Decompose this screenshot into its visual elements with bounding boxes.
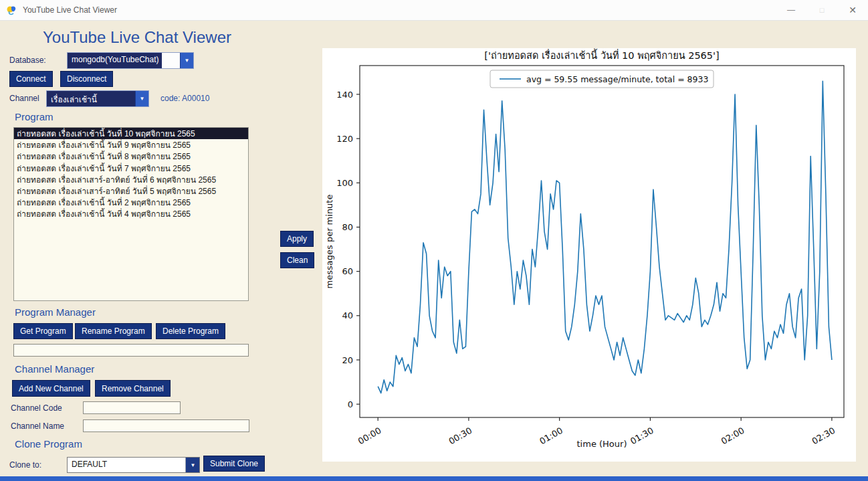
clone-program-heading: Clone Program	[15, 438, 82, 450]
clone-to-select[interactable]: DEFAULT ▼	[67, 457, 200, 473]
page-title: YouTube Live Chat Viewer	[43, 28, 231, 47]
close-button[interactable]: ✕	[837, 0, 868, 20]
svg-text:01:00: 01:00	[538, 425, 564, 447]
svg-text:time (Hour): time (Hour)	[577, 439, 627, 449]
chart-panel: 02040608010012014000:0000:3001:0001:3002…	[322, 48, 856, 462]
list-item[interactable]: ถ่ายทอดสด เรื่องเล่าเช้านี้ วันที่ 2 พฤศ…	[14, 197, 248, 208]
list-item[interactable]: ถ่ายทอดสด เรื่องเล่าเช้านี้ วันที่ 10 พฤ…	[14, 128, 248, 139]
svg-text:00:30: 00:30	[447, 425, 473, 447]
app-window: YouTube Live Chat Viewer — □ ✕ YouTube L…	[0, 0, 868, 481]
chevron-down-icon[interactable]: ▼	[180, 53, 193, 68]
apply-button[interactable]: Apply	[280, 231, 314, 247]
list-item[interactable]: ถ่ายทอดสด เรื่องเล่าเช้านี้ วันที่ 4 พฤศ…	[14, 208, 248, 219]
get-program-button[interactable]: Get Program	[13, 323, 73, 339]
channel-manager-heading: Channel Manager	[15, 363, 94, 375]
svg-text:02:00: 02:00	[720, 425, 746, 447]
bottom-accent-strip	[0, 476, 868, 481]
svg-text:01:30: 01:30	[629, 425, 655, 447]
svg-text:02:30: 02:30	[810, 425, 837, 447]
database-selected-value: mongodb(YouTubeChat)	[68, 53, 162, 68]
clone-to-selected-value: DEFAULT	[68, 458, 186, 472]
list-item[interactable]: ถ่ายทอดสด เรื่องเล่าเสาร์-อาทิตย์ วันที่…	[14, 185, 248, 197]
list-item[interactable]: ถ่ายทอดสด เรื่องเล่าเช้านี้ วันที่ 7 พฤศ…	[14, 163, 248, 174]
window-controls: — □ ✕	[776, 0, 868, 20]
database-select[interactable]: mongodb(YouTubeChat) ▼	[67, 52, 194, 69]
channel-label: Channel	[9, 94, 39, 103]
program-listbox[interactable]: ถ่ายทอดสด เรื่องเล่าเช้านี้ วันที่ 10 พฤ…	[13, 127, 249, 301]
rename-program-button[interactable]: Rename Program	[75, 323, 152, 339]
delete-program-button[interactable]: Delete Program	[156, 323, 225, 339]
maximize-button[interactable]: □	[806, 0, 837, 20]
chevron-down-icon[interactable]: ▼	[135, 91, 148, 106]
channel-code-text: code: A00010	[160, 94, 209, 103]
line-chart: 02040608010012014000:0000:3001:0001:3002…	[322, 48, 856, 462]
channel-select[interactable]: เรื่องเล่าเช้านี้ ▼	[46, 90, 149, 107]
program-manager-heading: Program Manager	[15, 306, 96, 318]
svg-text:00:00: 00:00	[356, 425, 383, 447]
svg-text:20: 20	[342, 355, 353, 365]
clone-to-label: Clone to:	[9, 460, 41, 470]
remove-channel-button[interactable]: Remove Channel	[95, 380, 171, 397]
clean-button[interactable]: Clean	[280, 252, 314, 268]
submit-clone-button[interactable]: Submit Clone	[203, 456, 265, 472]
list-item[interactable]: ถ่ายทอดสด เรื่องเล่าเช้านี้ วันที่ 9 พฤศ…	[14, 139, 248, 151]
svg-text:140: 140	[336, 90, 353, 100]
svg-text:messages per minute: messages per minute	[324, 195, 334, 289]
minimize-button[interactable]: —	[776, 0, 806, 20]
app-icon	[6, 5, 17, 16]
svg-text:avg = 59.55 message/minute, to: avg = 59.55 message/minute, total = 8933	[526, 74, 708, 84]
svg-text:80: 80	[342, 222, 353, 232]
program-heading: Program	[15, 111, 53, 122]
channel-code-label: Channel Code	[11, 403, 62, 413]
list-item[interactable]: ถ่ายทอดสด เรื่องเล่าเสาร์-อาทิตย์ วันที่…	[14, 174, 248, 185]
channel-name-input[interactable]	[83, 419, 249, 432]
window-title: YouTube Live Chat Viewer	[23, 5, 117, 15]
channel-selected-value: เรื่องเล่าเช้านี้	[47, 91, 135, 106]
channel-name-label: Channel Name	[11, 421, 64, 431]
disconnect-button[interactable]: Disconnect	[60, 71, 113, 87]
svg-text:60: 60	[342, 266, 353, 276]
database-select-spacer	[162, 53, 180, 68]
program-name-input[interactable]	[13, 344, 249, 357]
titlebar: YouTube Live Chat Viewer — □ ✕	[0, 0, 868, 21]
list-item[interactable]: ถ่ายทอดสด เรื่องเล่าเช้านี้ วันที่ 8 พฤศ…	[14, 151, 248, 162]
svg-text:0: 0	[348, 399, 353, 409]
svg-text:100: 100	[336, 178, 353, 188]
chevron-down-icon[interactable]: ▼	[186, 458, 199, 472]
svg-text:['ถ่ายทอดสด เรื่องเล่าเช้านี้: ['ถ่ายทอดสด เรื่องเล่าเช้านี้ วันที่ 10 …	[484, 48, 719, 61]
svg-text:40: 40	[342, 310, 353, 320]
channel-code-input[interactable]	[83, 401, 181, 414]
add-new-channel-button[interactable]: Add New Channel	[12, 380, 90, 397]
svg-text:120: 120	[336, 134, 353, 144]
connect-button[interactable]: Connect	[9, 71, 53, 87]
database-label: Database:	[9, 56, 46, 65]
